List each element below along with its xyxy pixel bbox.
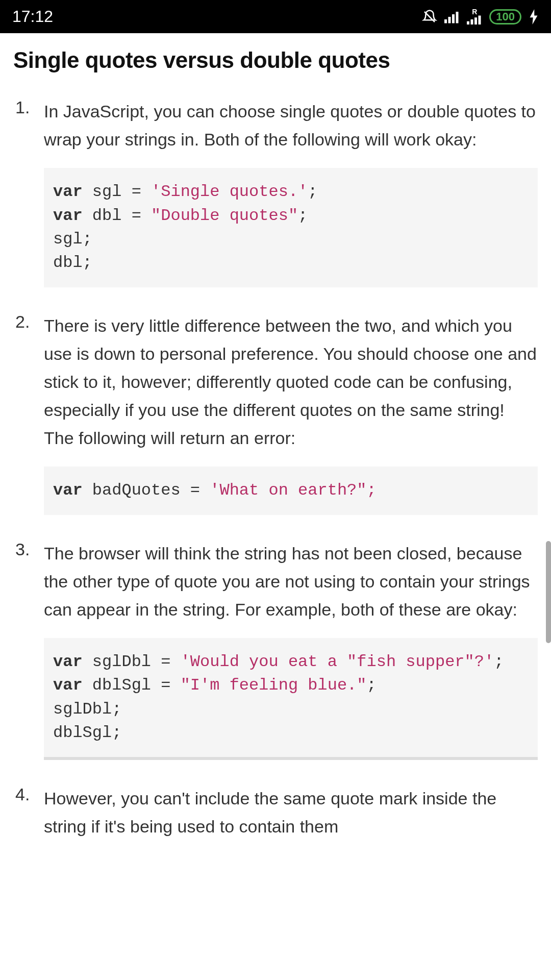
ordered-list: In JavaScript, you can choose single quo… bbox=[13, 97, 538, 841]
code-keyword: var bbox=[53, 206, 83, 225]
section-heading: Single quotes versus double quotes bbox=[13, 47, 538, 73]
signal-roaming-icon: R bbox=[467, 9, 482, 24]
list-item-text: However, you can't include the same quot… bbox=[44, 785, 538, 841]
code-keyword: var bbox=[53, 676, 83, 695]
svg-rect-6 bbox=[471, 19, 473, 24]
list-item: The browser will think the string has no… bbox=[44, 540, 538, 761]
battery-badge: 100 bbox=[489, 9, 521, 24]
notification-muted-icon bbox=[422, 9, 437, 24]
scrollbar-thumb[interactable] bbox=[546, 541, 551, 643]
code-string: "I'm feeling blue." bbox=[181, 676, 367, 695]
code-string: 'What on earth?"; bbox=[210, 481, 376, 500]
svg-rect-3 bbox=[452, 14, 455, 23]
list-item-text: In JavaScript, you can choose single quo… bbox=[44, 97, 538, 154]
code-string: 'Would you eat a "fish supper"?' bbox=[181, 652, 494, 671]
code-block[interactable]: var sgl = 'Single quotes.'; var dbl = "D… bbox=[44, 168, 538, 287]
code-string: "Double quotes" bbox=[151, 206, 298, 225]
list-item: There is very little difference between … bbox=[44, 312, 538, 515]
status-right: R 100 bbox=[422, 9, 539, 24]
svg-rect-7 bbox=[474, 17, 477, 24]
list-item: However, you can't include the same quot… bbox=[44, 785, 538, 841]
code-block[interactable]: var sglDbl = 'Would you eat a "fish supp… bbox=[44, 638, 538, 761]
code-keyword: var bbox=[53, 182, 83, 201]
charging-icon bbox=[529, 9, 539, 24]
signal-icon bbox=[444, 10, 460, 23]
svg-rect-1 bbox=[444, 19, 447, 23]
list-item-text: The browser will think the string has no… bbox=[44, 540, 538, 624]
svg-rect-2 bbox=[448, 17, 451, 23]
list-item-text: There is very little difference between … bbox=[44, 312, 538, 452]
svg-rect-4 bbox=[456, 12, 459, 23]
code-keyword: var bbox=[53, 652, 83, 671]
svg-rect-8 bbox=[479, 15, 481, 24]
code-block[interactable]: var badQuotes = 'What on earth?"; bbox=[44, 467, 538, 514]
article-content[interactable]: Single quotes versus double quotes In Ja… bbox=[0, 33, 551, 841]
code-keyword: var bbox=[53, 481, 83, 500]
code-string: 'Single quotes.' bbox=[151, 182, 308, 201]
status-time: 17:12 bbox=[12, 7, 53, 26]
list-item: In JavaScript, you can choose single quo… bbox=[44, 97, 538, 287]
status-bar: 17:12 R 100 bbox=[0, 0, 551, 33]
svg-rect-5 bbox=[467, 21, 469, 24]
